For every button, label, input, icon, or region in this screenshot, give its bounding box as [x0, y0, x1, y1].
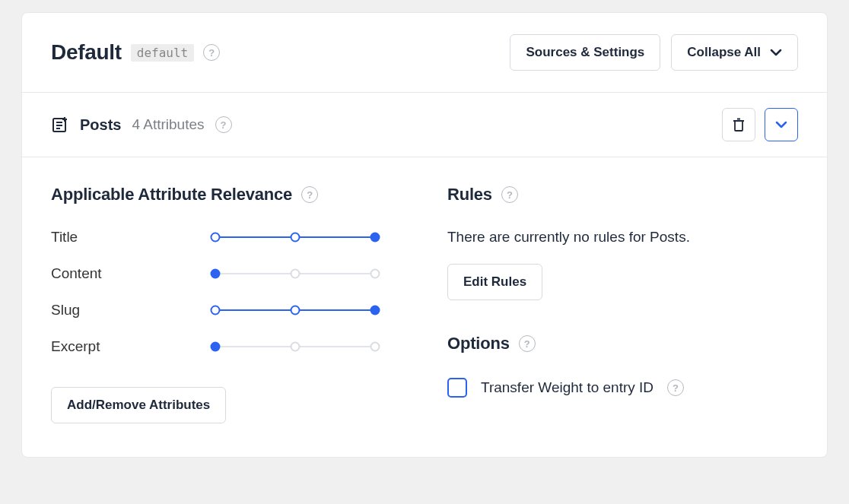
slider-dot[interactable] — [370, 269, 380, 279]
slider-dot[interactable] — [370, 306, 380, 315]
card-header: Default default ? Sources & Settings Col… — [22, 13, 827, 92]
collapse-all-button[interactable]: Collapse All — [671, 34, 798, 71]
transfer-weight-label: Transfer Weight to entry ID — [481, 379, 653, 396]
engine-slug-tag: default — [131, 44, 194, 62]
attribute-row: Content — [51, 265, 402, 282]
sources-settings-button[interactable]: Sources & Settings — [510, 34, 660, 71]
relevance-slider[interactable] — [215, 305, 375, 315]
section-header-right — [722, 108, 798, 141]
slider-dot[interactable] — [291, 342, 300, 352]
attribute-row: Excerpt — [51, 338, 402, 355]
posts-icon — [51, 116, 69, 134]
options-heading-row: Options ? — [447, 334, 798, 353]
attribute-label: Title — [51, 229, 203, 246]
attribute-label: Excerpt — [51, 338, 203, 355]
attribute-row: Title — [51, 229, 402, 246]
section-header-left: Posts 4 Attributes ? — [51, 116, 232, 134]
relevance-slider[interactable] — [215, 268, 375, 279]
edit-rules-button[interactable]: Edit Rules — [447, 264, 542, 300]
transfer-weight-row: Transfer Weight to entry ID ? — [447, 378, 798, 398]
slider-dot[interactable] — [211, 306, 221, 315]
relevance-heading: Applicable Attribute Relevance — [51, 185, 292, 204]
help-icon[interactable]: ? — [203, 44, 220, 61]
relevance-slider[interactable] — [215, 232, 375, 242]
help-icon[interactable]: ? — [215, 116, 232, 133]
button-label: Collapse All — [687, 45, 761, 60]
rules-heading-row: Rules ? — [447, 185, 798, 204]
header-actions: Sources & Settings Collapse All — [510, 34, 798, 71]
rules-heading: Rules — [447, 185, 492, 204]
help-icon[interactable]: ? — [519, 335, 536, 352]
attribute-label: Slug — [51, 302, 203, 319]
chevron-down-icon — [770, 49, 782, 56]
button-label: Sources & Settings — [526, 45, 644, 60]
button-label: Add/Remove Attributes — [67, 398, 210, 413]
slider-dot[interactable] — [370, 342, 380, 352]
slider-dot[interactable] — [291, 306, 300, 315]
slider-dot[interactable] — [211, 342, 221, 352]
transfer-weight-checkbox[interactable] — [447, 378, 467, 398]
attribute-label: Content — [51, 265, 203, 282]
relevance-column: Applicable Attribute Relevance ? TitleCo… — [51, 185, 402, 423]
relevance-slider[interactable] — [215, 341, 375, 352]
section-title: Posts — [80, 116, 121, 134]
section-header: Posts 4 Attributes ? — [22, 93, 827, 157]
title-group: Default default ? — [51, 40, 220, 65]
attribute-count: 4 Attributes — [132, 116, 204, 133]
svg-rect-6 — [735, 121, 742, 131]
rules-column: Rules ? There are currently no rules for… — [447, 185, 798, 423]
delete-button[interactable] — [722, 108, 755, 141]
engine-title: Default — [51, 40, 122, 65]
chevron-down-icon — [775, 121, 787, 128]
attribute-list: TitleContentSlugExcerpt — [51, 229, 402, 355]
slider-dot[interactable] — [211, 233, 221, 242]
relevance-heading-row: Applicable Attribute Relevance ? — [51, 185, 402, 204]
section-body: Applicable Attribute Relevance ? TitleCo… — [22, 157, 827, 457]
trash-icon — [732, 117, 746, 132]
slider-dot[interactable] — [211, 269, 221, 279]
options-heading: Options — [447, 334, 510, 353]
attribute-row: Slug — [51, 302, 402, 319]
rules-empty-text: There are currently no rules for Posts. — [447, 229, 798, 246]
button-label: Edit Rules — [463, 274, 526, 290]
help-icon[interactable]: ? — [667, 379, 684, 396]
slider-dot[interactable] — [291, 233, 300, 242]
add-remove-attributes-button[interactable]: Add/Remove Attributes — [51, 387, 226, 423]
slider-dot[interactable] — [291, 269, 300, 279]
help-icon[interactable]: ? — [301, 186, 318, 203]
collapse-section-button[interactable] — [765, 108, 798, 141]
help-icon[interactable]: ? — [501, 186, 518, 203]
engine-card: Default default ? Sources & Settings Col… — [21, 12, 828, 458]
slider-dot[interactable] — [370, 233, 380, 242]
